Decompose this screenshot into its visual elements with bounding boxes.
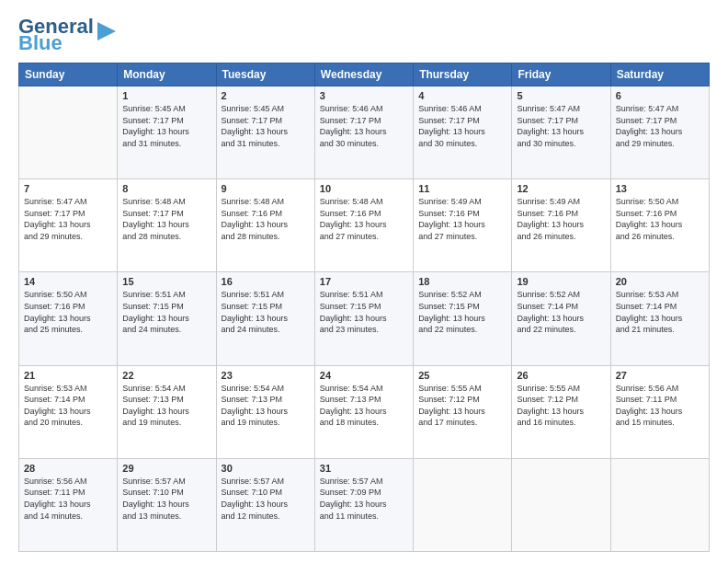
- day-cell: 5Sunrise: 5:47 AM Sunset: 7:17 PM Daylig…: [512, 86, 610, 179]
- day-number: 11: [418, 183, 506, 194]
- day-number: 30: [222, 463, 310, 474]
- day-number: 19: [517, 276, 605, 287]
- day-info: Sunrise: 5:57 AM Sunset: 7:10 PM Dayligh…: [122, 476, 210, 522]
- day-info: Sunrise: 5:50 AM Sunset: 7:16 PM Dayligh…: [24, 289, 112, 335]
- calendar-table: SundayMondayTuesdayWednesdayThursdayFrid…: [18, 63, 710, 552]
- day-info: Sunrise: 5:53 AM Sunset: 7:14 PM Dayligh…: [616, 289, 704, 335]
- day-info: Sunrise: 5:55 AM Sunset: 7:12 PM Dayligh…: [418, 383, 506, 429]
- day-cell: 3Sunrise: 5:46 AM Sunset: 7:17 PM Daylig…: [314, 86, 413, 179]
- week-row-3: 14Sunrise: 5:50 AM Sunset: 7:16 PM Dayli…: [19, 272, 710, 365]
- day-cell: [610, 458, 709, 551]
- day-cell: 26Sunrise: 5:55 AM Sunset: 7:12 PM Dayli…: [512, 365, 610, 458]
- day-info: Sunrise: 5:53 AM Sunset: 7:14 PM Dayligh…: [24, 383, 112, 429]
- day-cell: 25Sunrise: 5:55 AM Sunset: 7:12 PM Dayli…: [414, 365, 512, 458]
- col-header-tuesday: Tuesday: [216, 63, 314, 86]
- day-cell: 16Sunrise: 5:51 AM Sunset: 7:15 PM Dayli…: [216, 272, 314, 365]
- svg-marker-0: [97, 22, 116, 40]
- day-number: 3: [320, 90, 408, 101]
- col-header-friday: Friday: [512, 63, 610, 86]
- day-number: 28: [24, 463, 112, 474]
- day-cell: 9Sunrise: 5:48 AM Sunset: 7:16 PM Daylig…: [216, 179, 314, 272]
- day-info: Sunrise: 5:48 AM Sunset: 7:16 PM Dayligh…: [320, 196, 408, 242]
- day-number: 6: [616, 90, 704, 101]
- day-cell: 27Sunrise: 5:56 AM Sunset: 7:11 PM Dayli…: [610, 365, 709, 458]
- day-number: 9: [222, 183, 310, 194]
- day-cell: 11Sunrise: 5:49 AM Sunset: 7:16 PM Dayli…: [414, 179, 512, 272]
- week-row-4: 21Sunrise: 5:53 AM Sunset: 7:14 PM Dayli…: [19, 365, 710, 458]
- col-header-monday: Monday: [118, 63, 216, 86]
- day-info: Sunrise: 5:52 AM Sunset: 7:15 PM Dayligh…: [418, 289, 506, 335]
- day-cell: [512, 458, 610, 551]
- day-number: 8: [122, 183, 210, 194]
- day-cell: 17Sunrise: 5:51 AM Sunset: 7:15 PM Dayli…: [314, 272, 413, 365]
- week-row-2: 7Sunrise: 5:47 AM Sunset: 7:17 PM Daylig…: [19, 179, 710, 272]
- day-cell: 29Sunrise: 5:57 AM Sunset: 7:10 PM Dayli…: [118, 458, 216, 551]
- page: General Blue SundayMondayTuesdayWednesda…: [0, 0, 728, 563]
- day-number: 15: [122, 276, 210, 287]
- day-cell: 1Sunrise: 5:45 AM Sunset: 7:17 PM Daylig…: [118, 86, 216, 179]
- day-number: 27: [616, 370, 704, 381]
- day-info: Sunrise: 5:54 AM Sunset: 7:13 PM Dayligh…: [122, 383, 210, 429]
- day-info: Sunrise: 5:48 AM Sunset: 7:17 PM Dayligh…: [122, 196, 210, 242]
- col-header-saturday: Saturday: [610, 63, 709, 86]
- col-header-wednesday: Wednesday: [314, 63, 413, 86]
- day-cell: [19, 86, 118, 179]
- week-row-5: 28Sunrise: 5:56 AM Sunset: 7:11 PM Dayli…: [19, 458, 710, 551]
- day-cell: 4Sunrise: 5:46 AM Sunset: 7:17 PM Daylig…: [414, 86, 512, 179]
- day-number: 12: [517, 183, 605, 194]
- day-info: Sunrise: 5:56 AM Sunset: 7:11 PM Dayligh…: [24, 476, 112, 522]
- day-cell: 18Sunrise: 5:52 AM Sunset: 7:15 PM Dayli…: [414, 272, 512, 365]
- day-cell: 12Sunrise: 5:49 AM Sunset: 7:16 PM Dayli…: [512, 179, 610, 272]
- day-cell: 20Sunrise: 5:53 AM Sunset: 7:14 PM Dayli…: [610, 272, 709, 365]
- day-number: 13: [616, 183, 704, 194]
- day-number: 17: [320, 276, 408, 287]
- day-cell: 24Sunrise: 5:54 AM Sunset: 7:13 PM Dayli…: [314, 365, 413, 458]
- day-number: 4: [418, 90, 506, 101]
- day-info: Sunrise: 5:46 AM Sunset: 7:17 PM Dayligh…: [320, 103, 408, 149]
- day-cell: 13Sunrise: 5:50 AM Sunset: 7:16 PM Dayli…: [610, 179, 709, 272]
- day-info: Sunrise: 5:50 AM Sunset: 7:16 PM Dayligh…: [616, 196, 704, 242]
- day-cell: 21Sunrise: 5:53 AM Sunset: 7:14 PM Dayli…: [19, 365, 118, 458]
- day-info: Sunrise: 5:51 AM Sunset: 7:15 PM Dayligh…: [320, 289, 408, 335]
- day-info: Sunrise: 5:47 AM Sunset: 7:17 PM Dayligh…: [24, 196, 112, 242]
- header: General Blue: [18, 17, 710, 53]
- day-info: Sunrise: 5:45 AM Sunset: 7:17 PM Dayligh…: [122, 103, 210, 149]
- day-cell: 19Sunrise: 5:52 AM Sunset: 7:14 PM Dayli…: [512, 272, 610, 365]
- col-header-sunday: Sunday: [19, 63, 118, 86]
- week-row-1: 1Sunrise: 5:45 AM Sunset: 7:17 PM Daylig…: [19, 86, 710, 179]
- day-cell: [414, 458, 512, 551]
- day-number: 18: [418, 276, 506, 287]
- day-info: Sunrise: 5:45 AM Sunset: 7:17 PM Dayligh…: [222, 103, 310, 149]
- day-cell: 10Sunrise: 5:48 AM Sunset: 7:16 PM Dayli…: [314, 179, 413, 272]
- day-number: 22: [122, 370, 210, 381]
- day-info: Sunrise: 5:55 AM Sunset: 7:12 PM Dayligh…: [517, 383, 605, 429]
- day-info: Sunrise: 5:56 AM Sunset: 7:11 PM Dayligh…: [616, 383, 704, 429]
- day-info: Sunrise: 5:48 AM Sunset: 7:16 PM Dayligh…: [222, 196, 310, 242]
- day-info: Sunrise: 5:51 AM Sunset: 7:15 PM Dayligh…: [222, 289, 310, 335]
- day-cell: 8Sunrise: 5:48 AM Sunset: 7:17 PM Daylig…: [118, 179, 216, 272]
- day-info: Sunrise: 5:57 AM Sunset: 7:09 PM Dayligh…: [320, 476, 408, 522]
- day-cell: 28Sunrise: 5:56 AM Sunset: 7:11 PM Dayli…: [19, 458, 118, 551]
- day-cell: 23Sunrise: 5:54 AM Sunset: 7:13 PM Dayli…: [216, 365, 314, 458]
- day-info: Sunrise: 5:54 AM Sunset: 7:13 PM Dayligh…: [320, 383, 408, 429]
- day-info: Sunrise: 5:49 AM Sunset: 7:16 PM Dayligh…: [517, 196, 605, 242]
- day-cell: 31Sunrise: 5:57 AM Sunset: 7:09 PM Dayli…: [314, 458, 413, 551]
- day-info: Sunrise: 5:49 AM Sunset: 7:16 PM Dayligh…: [418, 196, 506, 242]
- day-cell: 14Sunrise: 5:50 AM Sunset: 7:16 PM Dayli…: [19, 272, 118, 365]
- day-number: 31: [320, 463, 408, 474]
- day-info: Sunrise: 5:57 AM Sunset: 7:10 PM Dayligh…: [222, 476, 310, 522]
- day-info: Sunrise: 5:47 AM Sunset: 7:17 PM Dayligh…: [616, 103, 704, 149]
- day-number: 10: [320, 183, 408, 194]
- logo: General Blue: [18, 17, 118, 53]
- day-number: 29: [122, 463, 210, 474]
- day-info: Sunrise: 5:54 AM Sunset: 7:13 PM Dayligh…: [222, 383, 310, 429]
- logo-icon: [97, 18, 118, 44]
- day-info: Sunrise: 5:47 AM Sunset: 7:17 PM Dayligh…: [517, 103, 605, 149]
- col-header-thursday: Thursday: [414, 63, 512, 86]
- day-cell: 6Sunrise: 5:47 AM Sunset: 7:17 PM Daylig…: [610, 86, 709, 179]
- day-number: 26: [517, 370, 605, 381]
- day-cell: 7Sunrise: 5:47 AM Sunset: 7:17 PM Daylig…: [19, 179, 118, 272]
- day-number: 23: [222, 370, 310, 381]
- day-number: 2: [222, 90, 310, 101]
- day-cell: 22Sunrise: 5:54 AM Sunset: 7:13 PM Dayli…: [118, 365, 216, 458]
